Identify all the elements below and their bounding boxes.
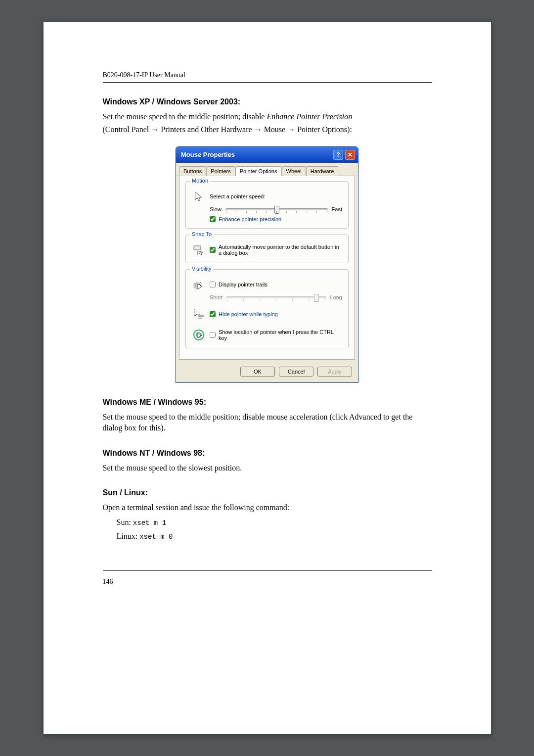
dialog-titlebar: Mouse Properties ? ✕ — [176, 147, 358, 163]
help-icon[interactable]: ? — [333, 150, 343, 160]
checkbox-label: Hide pointer while typing — [219, 311, 278, 317]
command-line: Linux: xset m 0 — [117, 532, 432, 541]
svg-rect-0 — [194, 246, 201, 250]
group-title: Visibility — [190, 266, 214, 272]
group-visibility: Visibility Display pointer trails Short — [185, 269, 349, 348]
italic-text: Enhance Pointer Precision — [267, 112, 352, 121]
page-number: 146 — [103, 578, 113, 585]
checkbox-label: Show location of pointer when I press th… — [219, 329, 342, 341]
checkbox-label: Automatically move pointer to the defaul… — [219, 244, 342, 256]
tab-strip: Buttons Pointers Pointer Options Wheel H… — [176, 163, 358, 176]
slow-label: Slow — [210, 206, 222, 212]
paragraph: Set the mouse speed to the middle positi… — [103, 412, 432, 434]
checkbox-input[interactable] — [210, 216, 216, 222]
long-label: Long — [330, 294, 342, 300]
tab-hardware[interactable]: Hardware — [306, 166, 339, 176]
hide-typing-checkbox[interactable]: Hide pointer while typing — [210, 311, 278, 317]
mouse-properties-dialog: Mouse Properties ? ✕ Buttons Pointers Po… — [176, 146, 358, 383]
paragraph: Set the mouse speed to the slowest posit… — [103, 463, 432, 473]
tab-buttons[interactable]: Buttons — [179, 166, 206, 176]
text: Set the mouse speed to the middle positi… — [103, 112, 267, 121]
screenshot-container: Mouse Properties ? ✕ Buttons Pointers Po… — [103, 146, 432, 383]
enhance-precision-checkbox[interactable]: Enhance pointer precision — [210, 216, 342, 222]
checkbox-input[interactable] — [210, 247, 216, 253]
dialog-body: Motion Select a pointer speed: Slow — [179, 176, 355, 360]
ok-button[interactable]: OK — [240, 367, 275, 377]
group-title: Snap To — [190, 231, 214, 237]
apply-button: Apply — [317, 367, 352, 377]
linux-command: xset m 0 — [139, 533, 173, 541]
heading-nt98: Windows NT / Windows 98: — [103, 449, 432, 458]
cancel-button[interactable]: Cancel — [279, 367, 313, 377]
locate-icon — [192, 328, 206, 342]
checkbox-label: Display pointer trails — [219, 282, 267, 287]
fast-label: Fast — [332, 206, 342, 212]
linux-prefix: Linux: — [117, 532, 140, 540]
tab-wheel[interactable]: Wheel — [282, 166, 306, 176]
trails-icon — [192, 278, 206, 291]
trails-length-slider: Short Long — [210, 294, 342, 300]
page-header: B020-008-17-IP User Manual — [103, 71, 432, 83]
page-footer: 146 — [103, 570, 432, 586]
checkbox-input[interactable] — [210, 311, 216, 317]
label: Select a pointer speed: — [210, 193, 266, 199]
document-page: B020-008-17-IP User Manual Windows XP / … — [44, 22, 491, 734]
checkbox-input[interactable] — [210, 282, 216, 287]
checkbox-input[interactable] — [210, 332, 216, 338]
close-icon[interactable]: ✕ — [345, 150, 355, 160]
hide-icon — [192, 307, 206, 321]
snapto-checkbox[interactable]: Automatically move pointer to the defaul… — [210, 244, 342, 256]
show-location-checkbox[interactable]: Show location of pointer when I press th… — [210, 329, 342, 341]
tab-pointer-options[interactable]: Pointer Options — [235, 166, 282, 176]
short-label: Short — [210, 294, 222, 300]
dialog-title: Mouse Properties — [181, 151, 235, 158]
snapto-icon — [192, 243, 206, 257]
heading-sunlinux: Sun / Linux: — [103, 488, 432, 497]
group-motion: Motion Select a pointer speed: Slow — [185, 181, 349, 229]
cursor-icon — [192, 189, 206, 203]
heading-xp: Windows XP / Windows Server 2003: — [103, 97, 432, 106]
command-line: Sun: xset m 1 — [117, 518, 432, 527]
heading-me95: Windows ME / Windows 95: — [103, 398, 432, 407]
paragraph: (Control Panel → Printers and Other Hard… — [103, 124, 432, 135]
dialog-button-row: OK Cancel Apply — [176, 363, 358, 382]
trails-checkbox[interactable]: Display pointer trails — [210, 282, 267, 287]
sun-command: xset m 1 — [133, 519, 166, 527]
group-snapto: Snap To Automatically move pointer to th… — [185, 235, 349, 263]
paragraph: Set the mouse speed to the middle positi… — [103, 111, 432, 122]
pointer-speed-slider[interactable]: Slow Fast — [210, 206, 342, 212]
titlebar-buttons: ? ✕ — [333, 150, 355, 160]
group-title: Motion — [190, 178, 210, 184]
checkbox-label: Enhance pointer precision — [219, 216, 281, 222]
tab-pointers[interactable]: Pointers — [206, 166, 235, 176]
paragraph: Open a terminal session and issue the fo… — [103, 502, 432, 513]
sun-prefix: Sun: — [117, 518, 133, 526]
